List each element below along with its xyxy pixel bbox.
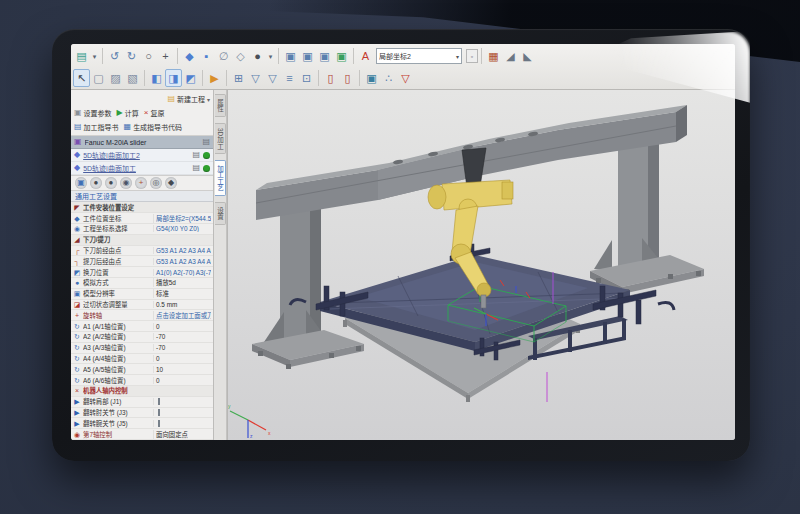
property-value[interactable]: G53 A1 A2 A3 A4 A5 A6 (153, 258, 211, 265)
gantry-right-column[interactable] (590, 134, 704, 294)
sim-sphere-icon-1[interactable]: ● (90, 177, 102, 189)
property-row[interactable]: ▶翻转肘关节 (J3) (71, 408, 213, 419)
generate-code-button[interactable]: ▦生成指导书代码 (124, 122, 183, 132)
property-row[interactable]: ↻A5 (A/5轴位置)10 (71, 364, 213, 375)
window-layout-icon-1[interactable]: ▣ (282, 47, 299, 65)
property-value[interactable]: A1(0) A2(-70) A3(-70) (153, 269, 211, 276)
tree-operation-row[interactable]: ◆5D轨迹|曲面加工▤ (71, 162, 213, 175)
window-layout-icon-2[interactable]: ▣ (299, 47, 316, 65)
property-value[interactable]: -70 (153, 333, 211, 340)
property-row[interactable]: ▣模型分辨率标准 (71, 289, 213, 300)
wireframe-icon[interactable]: ◇ (232, 47, 249, 65)
property-value[interactable]: 标准 (153, 289, 211, 298)
side-tab-3[interactable]: 设置 (215, 202, 226, 225)
property-value[interactable]: 点击设定加工面或刀轴… (153, 311, 211, 320)
machine-icon[interactable]: ⊞ (230, 69, 247, 87)
layers-icon[interactable]: ≡ (281, 69, 298, 87)
property-row[interactable]: ┌下刀前经由点G53 A1 A2 A3 A4 A5 A6 (71, 246, 213, 257)
pdf-export-icon[interactable]: A (357, 47, 374, 65)
property-row[interactable]: ↻A4 (A/4轴位置)0 (71, 354, 213, 365)
property-row[interactable]: ▶翻转腕关节 (J5) (71, 418, 213, 429)
checkbox[interactable] (158, 398, 160, 405)
property-row[interactable]: ↻A3 (A/3轴位置)-70 (71, 343, 213, 354)
filter-funnel-icon-2[interactable]: ▽ (264, 69, 281, 87)
property-row[interactable]: ┐提刀后经由点G53 A1 A2 A3 A4 A5 A6 (71, 256, 213, 267)
report-page-icon-1[interactable]: ▯ (322, 69, 339, 87)
stamp-icon-2[interactable]: ▧ (124, 69, 141, 87)
property-value[interactable]: G53 A1 A2 A3 A4 A5 A6 (153, 247, 211, 254)
pan-icon[interactable]: + (157, 47, 174, 65)
property-row[interactable]: ↻A6 (A/6轴位置)0 (71, 375, 213, 386)
side-tab-1[interactable]: 3D加工 (215, 123, 226, 154)
property-value[interactable]: 面向固定点 (153, 430, 211, 439)
gantry-left-column[interactable] (252, 199, 364, 369)
section-view-icon[interactable]: ∅ (215, 47, 232, 65)
sim-globe-icon[interactable]: ◎ (150, 177, 162, 189)
property-value[interactable]: -70 (153, 344, 211, 351)
zoom-icon[interactable]: ○ (140, 47, 157, 65)
tree-robot-row[interactable]: ▣ Fanuc M-20iA slider ▤ (71, 136, 213, 149)
sim-cube-icon[interactable]: ▣ (75, 177, 87, 189)
orange-arrow-icon[interactable]: ▶ (206, 69, 223, 87)
property-value[interactable]: 播放5d (153, 278, 211, 287)
measure-icon[interactable]: ◢ (502, 47, 519, 65)
terrain-icon[interactable]: ◣ (519, 47, 536, 65)
viewport-3d[interactable]: x y z (227, 90, 735, 440)
window-layout-icon-3[interactable]: ▣ (316, 47, 333, 65)
property-row[interactable]: ◩换刀位置A1(0) A2(-70) A3(-70) (71, 267, 213, 278)
sim-tool-icon[interactable]: + (135, 177, 147, 189)
dropdown-caret-icon[interactable]: ▾ (90, 47, 99, 65)
orbit-view-icon[interactable]: ↺ (106, 47, 123, 65)
property-value[interactable]: 0.5 mm (153, 301, 211, 308)
property-row[interactable]: ◉第7轴控制面向固定点 (71, 429, 213, 440)
box-select-icon[interactable]: ▢ (90, 69, 107, 87)
checkbox[interactable] (158, 409, 160, 416)
property-value[interactable]: 局部坐标2=(X544.582… (153, 214, 211, 223)
tree-operation-row[interactable]: ◆5D轨迹|曲面加工2▤ (71, 149, 213, 162)
toolpath-page-icon-2[interactable]: ◨ (165, 69, 182, 87)
rotate-view-icon[interactable]: ↻ (123, 47, 140, 65)
property-row[interactable]: ◉工程坐标系选择G54(X0 Y0 Z0) (71, 224, 213, 235)
stats-icon[interactable]: ▦ (485, 47, 502, 65)
new-project-button[interactable]: ▤ 新建工程 ▾ (167, 94, 210, 104)
sim-cam-icon[interactable]: ◆ (165, 177, 177, 189)
property-row[interactable]: ◆工件位置坐标局部坐标2=(X544.582… (71, 213, 213, 224)
coordinate-system-combo[interactable]: 局部坐标2▾ (376, 48, 462, 64)
property-value[interactable]: 10 (153, 366, 211, 373)
toolpath-page-icon-3[interactable]: ◩ (182, 69, 199, 87)
red-funnel-icon[interactable]: ▽ (397, 69, 414, 87)
select-cursor-icon[interactable]: ↖ (73, 69, 90, 87)
new-doc-icon[interactable]: ▤ (73, 47, 90, 65)
property-value[interactable]: G54(X0 Y0 Z0) (153, 225, 211, 232)
network-icon[interactable]: ∴ (380, 69, 397, 87)
stamp-icon-1[interactable]: ▨ (107, 69, 124, 87)
window-layout-icon-4[interactable]: ▣ (333, 47, 350, 65)
work-instruction-button[interactable]: ▤加工指导书 (74, 122, 119, 132)
toolpath-page-icon-1[interactable]: ◧ (148, 69, 165, 87)
side-tab-2[interactable]: 加工工艺 (215, 160, 226, 196)
side-tab-0[interactable]: 属性 (215, 94, 226, 117)
property-value[interactable]: 0 (153, 377, 211, 384)
sim-sphere-icon-2[interactable]: ● (105, 177, 117, 189)
dropdown-caret-icon[interactable]: ▾ (266, 47, 275, 65)
property-row[interactable]: ▶翻转肩部 (J1) (71, 397, 213, 408)
property-row[interactable]: ↻A2 (A/2轴位置)-70 (71, 332, 213, 343)
property-value[interactable]: 0 (153, 355, 211, 362)
sim-avatar-icon[interactable]: ◉ (120, 177, 132, 189)
checkbox[interactable] (158, 420, 160, 427)
combo-side-button[interactable]: ▫ (466, 49, 478, 63)
reset-button[interactable]: ×复原 (144, 108, 165, 118)
probe-icon[interactable]: ⊡ (298, 69, 315, 87)
calculate-button[interactable]: ▶计算 (117, 108, 139, 118)
filter-funnel-icon-1[interactable]: ▽ (247, 69, 264, 87)
shaded-view-icon[interactable]: ◆ (181, 47, 198, 65)
display-style-icon[interactable]: ▪ (198, 47, 215, 65)
render-sphere-icon[interactable]: ● (249, 47, 266, 65)
property-row[interactable]: +旋转轴点击设定加工面或刀轴… (71, 310, 213, 321)
property-row[interactable]: ●模拟方式播放5d (71, 278, 213, 289)
property-row[interactable]: ◪过切状态调整量0.5 mm (71, 300, 213, 311)
set-params-button[interactable]: ▣设置参数 (74, 108, 112, 118)
property-value[interactable]: 0 (153, 323, 211, 330)
image-view-icon[interactable]: ▣ (363, 69, 380, 87)
property-row[interactable]: ↻A1 (A/1轴位置)0 (71, 321, 213, 332)
